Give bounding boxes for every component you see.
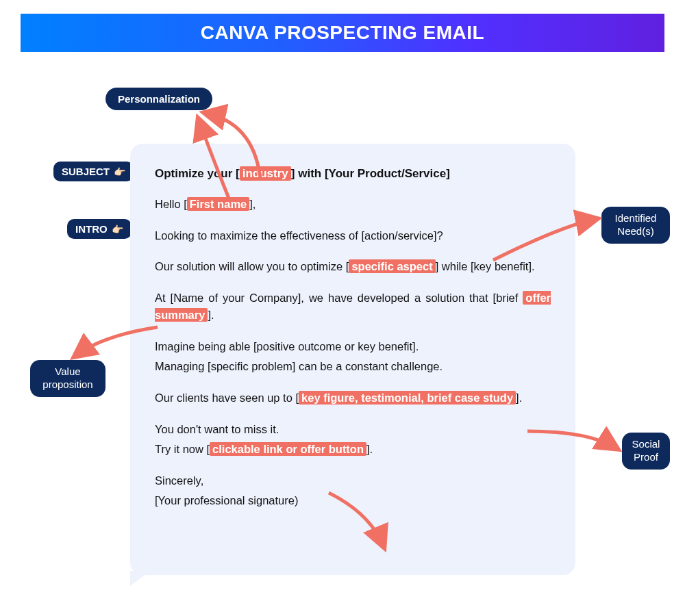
text: Hello [ (155, 198, 187, 210)
label-intro-text: INTRO (75, 223, 108, 235)
label-social-proof-text: SocialProof (632, 438, 660, 463)
text: Our clients have seen up to [ (155, 392, 299, 404)
email-try-line: Try it now [clickable link or offer butt… (155, 441, 551, 459)
email-signoff-1: Sincerely, (155, 472, 551, 490)
email-company-line: At [Name of your Company], we have devel… (155, 290, 551, 324)
email-solution-line: Our solution will allow you to optimize … (155, 258, 551, 276)
text: ]. (208, 309, 214, 321)
hl-key-figure: key figure, testimonial, brief case stud… (299, 391, 516, 405)
label-intro: INTRO 👉🏻 (67, 219, 132, 239)
text: ]. (516, 392, 522, 404)
email-intro-line: Looking to maximize the effectiveness of… (155, 227, 551, 245)
label-identified-needs: IdentifiedNeed(s) (601, 207, 670, 244)
text: Try it now [ (155, 443, 210, 455)
pointer-icon: 👉🏻 (112, 224, 123, 235)
email-clients-line: Our clients have seen up to [key figure,… (155, 389, 551, 407)
page-title: CANVA PROSPECTING EMAIL (201, 22, 484, 44)
email-imagine-line: Imagine being able [positive outcome or … (155, 338, 551, 356)
label-personalization: Personnalization (105, 88, 212, 110)
text: Our solution will allow you to optimize … (155, 260, 349, 272)
text: Optimize your [ (155, 167, 240, 180)
email-signoff-2: [Your professional signature) (155, 492, 551, 510)
label-subject: SUBJECT 👉🏻 (53, 162, 134, 181)
text: ] with [Your Product/Service] (291, 167, 450, 180)
email-miss-line: You don't want to miss it. (155, 421, 551, 439)
label-identified-needs-text: IdentifiedNeed(s) (615, 212, 657, 237)
title-banner: CANVA PROSPECTING EMAIL (21, 14, 664, 52)
pointer-icon: 👉🏻 (114, 166, 125, 177)
hl-first-name: First name (187, 197, 249, 211)
label-value-proposition: Valueproposition (30, 360, 105, 397)
text: At [Name of your Company], we have devel… (155, 292, 523, 304)
text: ], (249, 198, 256, 210)
text: ]. (366, 443, 373, 455)
email-card: Optimize your [industry] with [Your Prod… (130, 144, 575, 575)
hl-industry: industry (240, 166, 291, 181)
label-social-proof: SocialProof (622, 433, 670, 470)
email-managing-line: Managing [specific problem] can be a con… (155, 358, 551, 376)
hl-cta-link: clickable link or offer button (210, 442, 366, 456)
hl-specific-aspect: specific aspect (349, 259, 435, 273)
text: ] while [key benefit]. (436, 260, 535, 272)
email-greeting: Hello [First name], (155, 196, 551, 214)
label-value-proposition-text: Valueproposition (42, 365, 92, 390)
email-subject: Optimize your [industry] with [Your Prod… (155, 167, 551, 181)
label-subject-text: SUBJECT (62, 166, 110, 177)
